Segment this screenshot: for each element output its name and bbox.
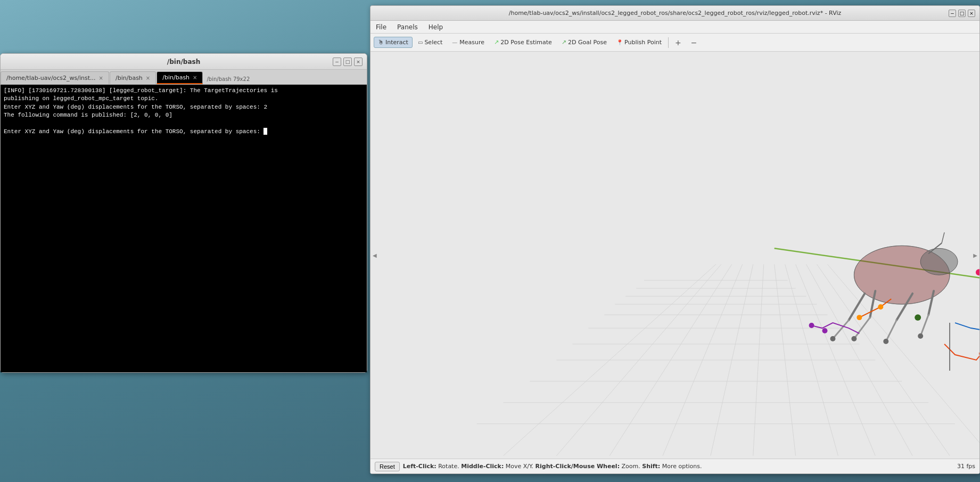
- svg-point-45: [878, 304, 883, 309]
- terminal-tab-2[interactable]: /bin/bash ×: [157, 71, 203, 84]
- terminal-line-3: The following command is published: [2, …: [4, 111, 364, 119]
- terminal-controls: − □ ×: [333, 58, 363, 66]
- svg-point-38: [851, 336, 857, 341]
- terminal-tab-close-2[interactable]: ×: [193, 75, 197, 80]
- terminal-tab-info: /bin/bash 79x22: [203, 73, 253, 84]
- terminal-tab-1[interactable]: /bin/bash ×: [110, 71, 156, 84]
- pose-estimate-icon: [494, 39, 499, 46]
- terminal-tab-close-1[interactable]: ×: [146, 75, 150, 81]
- terminal-line-1: publishing on legged_robot_mpc_target to…: [4, 95, 364, 103]
- rviz-statusbar: Reset Left-Click: Rotate. Middle-Click: …: [370, 459, 979, 473]
- terminal-line-5: Enter XYZ and Yaw (deg) displacements fo…: [4, 128, 364, 136]
- terminal-close-button[interactable]: ×: [354, 58, 363, 66]
- svg-point-48: [915, 314, 921, 321]
- shift-label: Shift:: [642, 463, 660, 470]
- terminal-line-2: Enter XYZ and Yaw (deg) displacements fo…: [4, 103, 364, 111]
- minus-icon: [691, 38, 697, 47]
- interact-tool-button[interactable]: Interact: [374, 37, 413, 48]
- terminal-minimize-button[interactable]: −: [333, 58, 341, 66]
- svg-point-42: [809, 323, 814, 328]
- terminal-line-4: [4, 120, 364, 128]
- rviz-titlebar: /home/tlab-uav/ocs2_ws/install/ocs2_legg…: [370, 6, 979, 21]
- statusbar-hint: Left-Click: Rotate. Middle-Click: Move X…: [403, 463, 702, 470]
- terminal-tab-label-0: /home/tlab-uav/ocs2_ws/inst...: [6, 75, 96, 81]
- terminal-title: /bin/bash: [167, 58, 200, 66]
- plus-icon: [675, 38, 681, 47]
- terminal-tab-label-2: /bin/bash: [162, 74, 190, 81]
- rviz-viewport[interactable]: ◀ ▶: [370, 52, 979, 459]
- rviz-window: /home/tlab-uav/ocs2_ws/install/ocs2_legg…: [370, 5, 980, 474]
- svg-point-41: [830, 336, 835, 341]
- svg-point-32: [918, 333, 923, 339]
- goal-pose-icon: [562, 39, 566, 46]
- measure-icon: [452, 39, 458, 46]
- publish-point-icon: [616, 39, 623, 46]
- select-tool-button[interactable]: Select: [414, 37, 447, 48]
- rviz-minimize-button[interactable]: −: [949, 10, 956, 17]
- rviz-menu-help[interactable]: Help: [426, 22, 445, 32]
- middle-click-label: Middle-Click:: [461, 463, 504, 470]
- terminal-tabs: /home/tlab-uav/ocs2_ws/inst... × /bin/ba…: [1, 70, 367, 85]
- interact-icon: [378, 39, 384, 46]
- svg-point-27: [920, 248, 958, 275]
- goal-pose-tool-button[interactable]: 2D Goal Pose: [557, 37, 611, 48]
- rviz-close-button[interactable]: ×: [968, 10, 975, 17]
- rviz-menu-file[interactable]: File: [374, 22, 389, 32]
- shift-text: More options.: [662, 463, 702, 470]
- zoom-out-button[interactable]: [687, 36, 702, 49]
- select-icon: [418, 39, 423, 46]
- publish-point-tool-button[interactable]: Publish Point: [612, 37, 666, 48]
- terminal-tab-label-1: /bin/bash: [116, 75, 143, 81]
- rviz-grid: [370, 52, 979, 459]
- pose-estimate-label: 2D Pose Estimate: [500, 39, 552, 46]
- rviz-collapse-left-button[interactable]: ◀: [373, 252, 377, 258]
- rviz-menu-panels[interactable]: Panels: [395, 22, 420, 32]
- reset-button[interactable]: Reset: [375, 462, 400, 471]
- rviz-title: /home/tlab-uav/ocs2_ws/install/ocs2_legg…: [509, 10, 842, 17]
- right-click-text: Zoom.: [622, 463, 643, 470]
- fps-counter: 31 fps: [957, 463, 975, 470]
- toolbar-separator: [668, 37, 669, 48]
- rviz-restore-button[interactable]: □: [958, 10, 966, 17]
- rviz-window-controls: − □ ×: [949, 10, 975, 17]
- middle-click-text: Move X/Y.: [506, 463, 536, 470]
- zoom-in-button[interactable]: [671, 36, 686, 49]
- interact-label: Interact: [385, 39, 408, 46]
- terminal-titlebar: /bin/bash − □ ×: [1, 54, 367, 70]
- rviz-collapse-right-button[interactable]: ▶: [973, 252, 977, 258]
- select-label: Select: [424, 39, 442, 46]
- pose-estimate-tool-button[interactable]: 2D Pose Estimate: [490, 37, 556, 48]
- right-click-label: Right-Click/Mouse Wheel:: [536, 463, 620, 470]
- terminal-tab-0[interactable]: /home/tlab-uav/ocs2_ws/inst... ×: [1, 71, 109, 84]
- terminal-tab-close-0[interactable]: ×: [99, 75, 103, 81]
- left-click-label: Left-Click:: [403, 463, 437, 470]
- left-click-text: Rotate.: [438, 463, 461, 470]
- svg-point-43: [822, 328, 828, 333]
- terminal-maximize-button[interactable]: □: [343, 58, 352, 66]
- svg-point-44: [857, 315, 862, 320]
- terminal-cursor: [263, 128, 267, 135]
- terminal-window: /bin/bash − □ × /home/tlab-uav/ocs2_ws/i…: [0, 53, 367, 373]
- goal-pose-label: 2D Goal Pose: [568, 39, 607, 46]
- rviz-content: ◀ ▶: [370, 52, 979, 459]
- measure-label: Measure: [459, 39, 484, 46]
- publish-point-label: Publish Point: [624, 39, 662, 46]
- rviz-menubar: File Panels Help: [370, 21, 979, 34]
- measure-tool-button[interactable]: Measure: [448, 37, 489, 48]
- svg-point-35: [883, 339, 888, 344]
- terminal-body[interactable]: [INFO] [1730169721.728300138] [legged_ro…: [1, 85, 367, 372]
- terminal-line-0: [INFO] [1730169721.728300138] [legged_ro…: [4, 87, 364, 95]
- rviz-toolbar: Interact Select Measure 2D Pose Estimate…: [370, 34, 979, 52]
